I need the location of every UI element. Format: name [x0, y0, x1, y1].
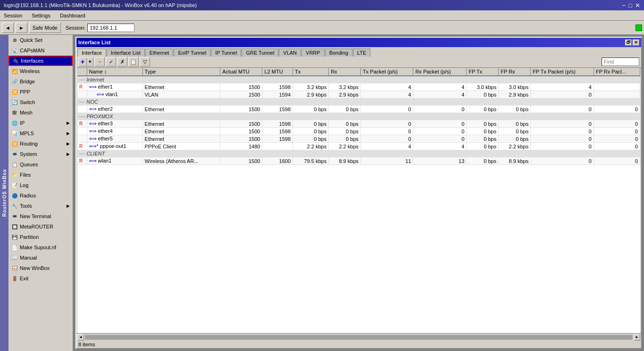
sidebar-item-bridge[interactable]: 🔗 Bridge [8, 76, 73, 87]
sidebar-item-metarouter[interactable]: 🔲 MetaROUTER [8, 221, 73, 232]
col-fp-rx[interactable]: FP Rx [499, 68, 531, 76]
add-button[interactable]: + [79, 57, 86, 66]
add-dropdown-button[interactable]: ▼ [86, 57, 93, 66]
sidebar-item-new-winbox[interactable]: 🪟 New WinBox [8, 263, 73, 273]
row-tx: 2.9 kbps [293, 91, 329, 98]
back-button[interactable]: ◄ [2, 23, 14, 33]
disable-button[interactable]: ✗ [117, 57, 127, 66]
tab-vlan[interactable]: VLAN [279, 49, 301, 57]
new-terminal-icon: 💻 [11, 213, 18, 220]
sidebar-item-interfaces[interactable]: 🔌 Interfaces [8, 56, 73, 66]
sidebar-item-mpls[interactable]: 📊 MPLS ▶ [8, 128, 73, 139]
table-row[interactable]: R ⟺ wlan1 Wireless (Atheros AR... 1500 1… [77, 157, 640, 165]
title-bar: login@192.168.1.1 (MikroTik-SMKN 1 Buluk… [0, 0, 644, 10]
window-restore-btn[interactable]: 🗗 [625, 40, 632, 46]
remove-button[interactable]: − [94, 57, 105, 66]
menu-dashboard[interactable]: Dashboard [58, 12, 87, 19]
sidebar-item-routing[interactable]: 🔀 Routing ▶ [8, 139, 73, 149]
copy-button[interactable]: 📋 [128, 57, 139, 66]
window-controls[interactable]: − □ ✕ [622, 2, 640, 9]
col-tx[interactable]: Tx [293, 68, 329, 76]
sidebar-label-ppp: PPP [20, 89, 30, 95]
col-rx-pkt[interactable]: Rx Packet (p/s) [413, 68, 467, 76]
sidebar-item-ip[interactable]: 🌐 IP ▶ [8, 118, 73, 128]
tab-vrrp[interactable]: VRRP [301, 49, 325, 57]
sidebar-label-quick-set: Quick Set [20, 37, 42, 43]
col-fp-rx-pkt[interactable]: FP Rx Pacl... [594, 68, 640, 76]
tab-lte[interactable]: LTE [353, 49, 370, 57]
col-actual-mtu[interactable]: Actual MTU [220, 68, 262, 76]
sidebar-item-system[interactable]: 💻 System ▶ [8, 149, 73, 159]
sidebar-item-make-supout[interactable]: 📄 Make Supout.rif [8, 242, 73, 253]
add-button-group[interactable]: + ▼ [78, 57, 93, 66]
sidebar-label-new-winbox: New WinBox [20, 265, 50, 271]
horizontal-scrollbar[interactable]: ◄ ► [76, 333, 641, 341]
tab-eoip-tunnel[interactable]: EoIP Tunnel [174, 49, 210, 57]
sidebar-item-manual[interactable]: 📖 Manual [8, 253, 73, 263]
sidebar-item-exit[interactable]: 🚪 Exit [8, 273, 73, 284]
scroll-track[interactable] [85, 335, 633, 340]
table-row[interactable]: R ⟺* pppoe-out1 PPPoE Client 1480 2.2 kb… [77, 143, 640, 150]
sidebar-item-new-terminal[interactable]: 💻 New Terminal [8, 211, 73, 221]
table-row[interactable]: ⟺ ether2 Ethernet 1500 1598 0 bps 0 bps … [77, 106, 640, 113]
minimize-btn[interactable]: − [622, 2, 626, 9]
sidebar-item-log[interactable]: 📝 Log [8, 180, 73, 190]
col-type[interactable]: Type [142, 68, 220, 76]
scroll-left-btn[interactable]: ◄ [77, 334, 84, 341]
maximize-btn[interactable]: □ [628, 2, 632, 9]
radius-icon: 🔵 [11, 192, 18, 199]
window-close-btn[interactable]: ✕ [633, 40, 639, 46]
table-row[interactable]: R ⟺ ether3 Ethernet 1500 1598 0 bps 0 bp… [77, 120, 640, 128]
row-tx-pkt: 11 [361, 157, 413, 165]
session-input[interactable] [87, 24, 134, 32]
row-fp-tx-pkt: 0 [531, 120, 594, 128]
col-flag[interactable] [77, 68, 87, 76]
sidebar-item-quick-set[interactable]: ⚙ Quick Set [8, 35, 73, 45]
safe-mode-button[interactable]: Safe Mode [29, 23, 61, 33]
sidebar-label-wireless: Wireless [20, 68, 40, 74]
interface-table-wrapper[interactable]: Name ↕ Type Actual MTU L2 MTU Tx Rx Tx P… [77, 68, 640, 333]
enable-button[interactable]: ✓ [106, 57, 116, 66]
scroll-right-btn[interactable]: ► [634, 334, 640, 341]
tab-interface-list[interactable]: Interface List [107, 49, 145, 57]
col-fp-tx[interactable]: FP Tx [467, 68, 499, 76]
sidebar-item-capsman[interactable]: 📡 CAPsMAN [8, 45, 73, 56]
tab-ip-tunnel[interactable]: IP Tunnel [211, 49, 241, 57]
row-tx: 0 bps [293, 120, 329, 128]
sidebar-item-radius[interactable]: 🔵 Radius [8, 190, 73, 201]
table-row[interactable]: ⟺ ether4 Ethernet 1500 1598 0 bps 0 bps … [77, 128, 640, 135]
window-control-buttons[interactable]: 🗗 ✕ [625, 40, 639, 46]
sidebar-item-ppp[interactable]: 🔀 PPP [8, 87, 73, 97]
tab-ethernet[interactable]: Ethernet [145, 49, 174, 57]
col-fp-tx-pkt[interactable]: FP Tx Packet (p/s) [531, 68, 594, 76]
sidebar-item-files[interactable]: 📁 Files [8, 170, 73, 180]
col-name[interactable]: Name ↕ [87, 68, 142, 76]
menu-session[interactable]: Session [2, 12, 24, 19]
col-tx-pkt[interactable]: Tx Packet (p/s) [361, 68, 413, 76]
tab-bonding[interactable]: Bonding [325, 49, 352, 57]
table-row[interactable]: R ⟺ ether1 Ethernet 1500 1598 3.2 kbps 3… [77, 83, 640, 91]
col-l2-mtu[interactable]: L2 MTU [262, 68, 293, 76]
make-supout-icon: 📄 [11, 244, 18, 251]
row-fp-tx-pkt: 4 [531, 83, 594, 91]
forward-button[interactable]: ► [16, 23, 27, 33]
col-rx[interactable]: Rx [329, 68, 361, 76]
sidebar-item-wireless[interactable]: 📶 Wireless [8, 66, 73, 76]
table-row[interactable]: ⟺ vlan1 VLAN 1500 1594 2.9 kbps 2.9 kbps… [77, 91, 640, 98]
sidebar-item-tools[interactable]: 🔧 Tools ▶ [8, 201, 73, 211]
tab-interface[interactable]: Interface [77, 49, 106, 57]
row-fp-tx: 0 bps [467, 120, 499, 128]
sidebar-item-partition[interactable]: 💾 Partition [8, 232, 73, 242]
sidebar-item-switch[interactable]: 🔄 Switch [8, 97, 73, 107]
filter-button[interactable]: ▽ [140, 57, 150, 66]
tab-gre-tunnel[interactable]: GRE Tunnel [242, 49, 278, 57]
row-flag: R [77, 83, 87, 91]
menu-settings[interactable]: Settings [30, 12, 52, 19]
row-fp-tx: 3.0 kbps [467, 83, 499, 91]
close-btn[interactable]: ✕ [635, 2, 640, 9]
table-row[interactable]: ⟺ ether5 Ethernet 1500 1598 0 bps 0 bps … [77, 135, 640, 143]
sidebar-item-queues[interactable]: 📋 Queues [8, 159, 73, 170]
row-tx-pkt: 0 [361, 135, 413, 143]
find-input[interactable] [602, 57, 639, 66]
sidebar-item-mesh[interactable]: 🕸 Mesh [8, 107, 73, 118]
